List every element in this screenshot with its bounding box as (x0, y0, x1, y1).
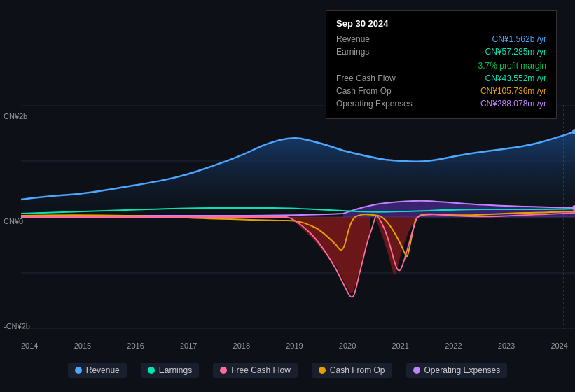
y-label-mid: CN¥0 (4, 217, 23, 225)
tooltip-opex-row: Operating Expenses CN¥288.078m /yr (336, 99, 546, 108)
tooltip-earnings-label: Earnings (336, 47, 427, 57)
x-axis: 2014 2015 2016 2017 2018 2019 2020 2021 … (21, 342, 568, 350)
tooltip-fcf-label: Free Cash Flow (336, 74, 427, 83)
chart-container: Sep 30 2024 Revenue CN¥1.562b /yr Earnin… (0, 0, 575, 392)
tooltip-opex-label: Operating Expenses (336, 99, 427, 108)
x-label-2019: 2019 (286, 342, 303, 350)
chart-svg (21, 105, 575, 329)
x-label-2016: 2016 (127, 342, 144, 350)
tooltip-margin-value: 3.7% profit margin (478, 61, 546, 71)
x-label-2017: 2017 (180, 342, 197, 350)
legend-label-fcf: Free Cash Flow (231, 365, 291, 375)
tooltip-box: Sep 30 2024 Revenue CN¥1.562b /yr Earnin… (326, 10, 557, 119)
legend-dot-cfo (319, 367, 326, 374)
legend-earnings[interactable]: Earnings (141, 363, 199, 378)
legend-label-earnings: Earnings (159, 365, 192, 375)
x-label-2018: 2018 (233, 342, 250, 350)
x-label-2015: 2015 (74, 342, 91, 350)
legend-dot-earnings (148, 367, 155, 374)
tooltip-cfo-label: Cash From Op (336, 86, 427, 96)
legend-revenue[interactable]: Revenue (68, 363, 127, 378)
x-label-2014: 2014 (21, 342, 38, 350)
tooltip-margin-row: 3.7% profit margin (336, 59, 546, 71)
tooltip-cfo-value: CN¥105.736m /yr (480, 86, 546, 96)
revenue-area (21, 132, 575, 217)
x-label-2022: 2022 (445, 342, 462, 350)
legend-label-opex: Operating Expenses (424, 365, 501, 375)
tooltip-fcf-value: CN¥43.552m /yr (485, 74, 546, 83)
legend-opex[interactable]: Operating Expenses (406, 363, 508, 378)
tooltip-cfo-row: Cash From Op CN¥105.736m /yr (336, 86, 546, 96)
tooltip-revenue-label: Revenue (336, 34, 427, 44)
tooltip-date: Sep 30 2024 (336, 18, 546, 29)
legend-dot-opex (413, 367, 420, 374)
x-label-2023: 2023 (498, 342, 515, 350)
legend-dot-fcf (220, 367, 227, 374)
legend-cfo[interactable]: Cash From Op (312, 363, 392, 378)
tooltip-revenue-row: Revenue CN¥1.562b /yr (336, 34, 546, 44)
legend-fcf[interactable]: Free Cash Flow (213, 363, 298, 378)
x-label-2020: 2020 (339, 342, 356, 350)
tooltip-revenue-value: CN¥1.562b /yr (492, 34, 546, 44)
x-label-2021: 2021 (392, 342, 408, 350)
legend-dot-revenue (75, 367, 82, 374)
x-label-2024: 2024 (550, 342, 567, 350)
legend-label-cfo: Cash From Op (330, 365, 385, 375)
tooltip-opex-value: CN¥288.078m /yr (480, 99, 546, 108)
legend-label-revenue: Revenue (86, 365, 120, 375)
tooltip-fcf-row: Free Cash Flow CN¥43.552m /yr (336, 74, 546, 83)
legend: Revenue Earnings Free Cash Flow Cash Fro… (0, 363, 575, 378)
tooltip-earnings-value: CN¥57.285m /yr (485, 47, 546, 57)
tooltip-earnings-row: Earnings CN¥57.285m /yr (336, 47, 546, 57)
fcf-line (21, 213, 575, 298)
